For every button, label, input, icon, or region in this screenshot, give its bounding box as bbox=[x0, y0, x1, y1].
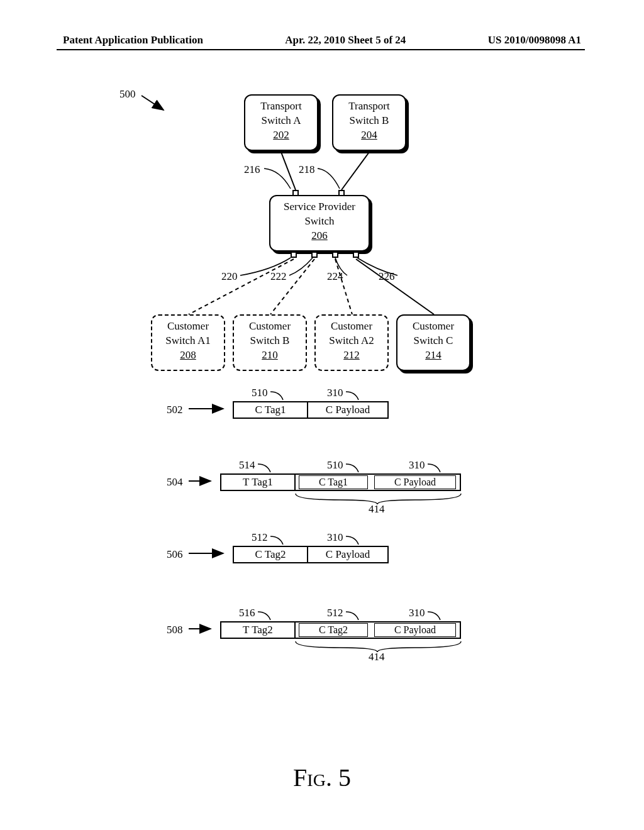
ref-508: 508 bbox=[167, 624, 183, 636]
cell-ttag1: T Tag1 bbox=[220, 473, 296, 491]
ca2-l2: Switch A2 bbox=[316, 334, 387, 348]
lbl-516: 516 bbox=[239, 607, 255, 619]
lbl-414-b: 414 bbox=[369, 651, 385, 663]
cell-ctag1-a: C Tag1 bbox=[233, 401, 308, 419]
cell-cpayload-c: C Payload bbox=[307, 546, 389, 563]
sp-ref: 206 bbox=[270, 229, 369, 243]
lbl-512-b: 512 bbox=[327, 607, 343, 619]
sp-l2: Switch bbox=[270, 214, 369, 229]
ref-216: 216 bbox=[244, 163, 260, 176]
ca2-l1: Customer bbox=[316, 319, 387, 334]
svg-line-1 bbox=[142, 96, 164, 110]
port-226 bbox=[353, 252, 359, 258]
cb-l1: Customer bbox=[234, 319, 306, 334]
lbl-414-a: 414 bbox=[369, 503, 385, 516]
customer-switch-b: Customer Switch B 210 bbox=[233, 314, 307, 371]
sp-l1: Service Provider bbox=[270, 200, 369, 214]
ref-504: 504 bbox=[167, 476, 183, 489]
svg-line-4 bbox=[189, 259, 294, 314]
cb-l2: Switch B bbox=[234, 334, 306, 348]
ca2-ref: 212 bbox=[316, 348, 387, 363]
transport-a-ref: 202 bbox=[245, 128, 317, 143]
port-224 bbox=[332, 252, 338, 258]
ca1-ref: 208 bbox=[152, 348, 224, 363]
cell-ttag2: T Tag2 bbox=[220, 621, 296, 639]
lbl-510-a: 510 bbox=[252, 387, 268, 399]
ca1-l2: Switch A1 bbox=[152, 334, 224, 348]
lbl-310-b: 310 bbox=[409, 459, 425, 472]
transport-b-l2: Switch B bbox=[333, 114, 405, 128]
lbl-514: 514 bbox=[239, 459, 255, 472]
ref-226: 226 bbox=[379, 270, 395, 283]
lbl-512-a: 512 bbox=[252, 531, 268, 544]
ref-506: 506 bbox=[167, 548, 183, 561]
ca1-l1: Customer bbox=[152, 319, 224, 334]
svg-line-7 bbox=[356, 259, 434, 314]
cell-ctag2-a: C Tag2 bbox=[233, 546, 308, 563]
figure-caption: Fig. 5 bbox=[0, 763, 644, 792]
ref-220: 220 bbox=[221, 270, 238, 283]
transport-a-l2: Switch A bbox=[245, 114, 317, 128]
svg-line-6 bbox=[335, 259, 352, 314]
cell-cpayload-b: C Payload bbox=[374, 475, 456, 489]
cc-l1: Customer bbox=[397, 319, 469, 334]
cc-ref: 214 bbox=[397, 348, 469, 363]
cell-ctag1-b: C Tag1 bbox=[299, 475, 368, 489]
port-222 bbox=[311, 252, 318, 258]
customer-switch-a2: Customer Switch A2 212 bbox=[314, 314, 389, 371]
cb-ref: 210 bbox=[234, 348, 306, 363]
svg-line-5 bbox=[270, 259, 314, 314]
lbl-310-d: 310 bbox=[409, 607, 425, 619]
cell-cpayload-a: C Payload bbox=[307, 401, 389, 419]
cell-cpayload-d: C Payload bbox=[374, 623, 456, 637]
lbl-310-c: 310 bbox=[327, 531, 343, 544]
cc-l2: Switch C bbox=[397, 334, 469, 348]
svg-line-3 bbox=[341, 152, 369, 190]
transport-a-l1: Transport bbox=[245, 99, 317, 114]
header-center: Apr. 22, 2010 Sheet 5 of 24 bbox=[285, 34, 406, 47]
svg-line-2 bbox=[281, 152, 296, 190]
fig-text: Fig. 5 bbox=[293, 763, 351, 792]
lbl-510-b: 510 bbox=[327, 459, 343, 472]
header-right: US 2010/0098098 A1 bbox=[488, 34, 581, 47]
transport-b-l1: Transport bbox=[333, 99, 405, 114]
port-220 bbox=[291, 252, 297, 258]
service-provider-switch: Service Provider Switch 206 bbox=[269, 195, 370, 252]
header-rule bbox=[57, 49, 585, 50]
ref-222: 222 bbox=[270, 270, 287, 283]
ref-224: 224 bbox=[327, 270, 343, 283]
page-header: Patent Application Publication Apr. 22, … bbox=[0, 34, 644, 47]
transport-switch-a: Transport Switch A 202 bbox=[244, 94, 318, 151]
transport-switch-b: Transport Switch B 204 bbox=[332, 94, 406, 151]
customer-switch-c: Customer Switch C 214 bbox=[396, 314, 470, 371]
header-left: Patent Application Publication bbox=[63, 34, 203, 47]
customer-switch-a1: Customer Switch A1 208 bbox=[151, 314, 225, 371]
diagram-area: 500 Transport Switch A 202 Transport Swi… bbox=[0, 82, 644, 723]
cell-ctag2-b: C Tag2 bbox=[299, 623, 368, 637]
transport-b-ref: 204 bbox=[333, 128, 405, 143]
ref-500: 500 bbox=[119, 88, 136, 101]
lbl-310-a: 310 bbox=[327, 387, 343, 399]
ref-502: 502 bbox=[167, 404, 183, 416]
ref-218: 218 bbox=[299, 163, 315, 176]
